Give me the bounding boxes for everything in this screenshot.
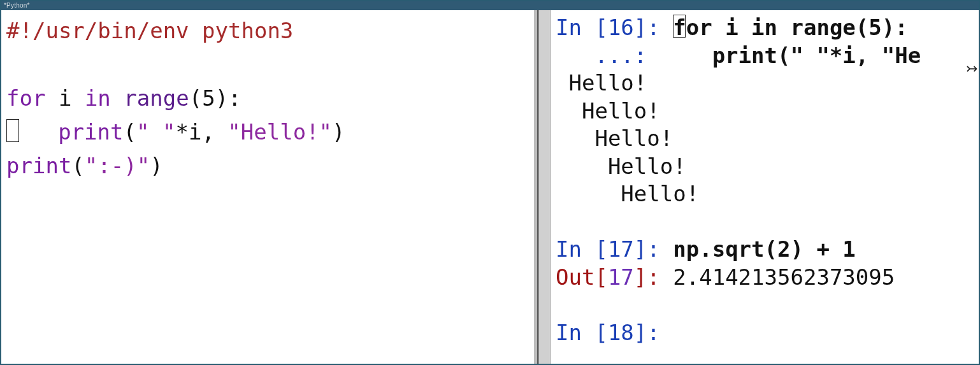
out-17-label: Out[: [556, 264, 608, 290]
comma: ,: [201, 119, 227, 145]
scrollbar-gutter[interactable]: [538, 10, 551, 364]
repl-output-2: Hello!: [556, 125, 673, 151]
repl-output-4: Hello!: [556, 181, 699, 206]
var-i: i: [59, 85, 71, 111]
in-17-num: 17: [608, 236, 634, 262]
in-17-code: np.sqrt(2) + 1: [673, 236, 856, 262]
out-17-num: 17: [608, 264, 634, 290]
in-16-cont: ...:: [556, 43, 660, 68]
shebang-line: #!/usr/bin/env python3: [6, 18, 293, 43]
in-16-num: 16: [608, 15, 634, 40]
paren-open: (: [189, 85, 202, 111]
in-16-code-1: for i in range(5):: [673, 15, 907, 40]
close-paren-2: ): [150, 153, 162, 178]
repl-output-3: Hello!: [556, 154, 686, 179]
str-smile: ":-)": [85, 153, 150, 178]
editor-pane[interactable]: #!/usr/bin/env python3 for i in range(5)…: [1, 10, 534, 364]
paren-open-3: (: [71, 153, 84, 178]
kw-in: in: [85, 85, 111, 111]
repl-output-0: Hello!: [556, 70, 647, 96]
str-space: " ": [136, 119, 175, 145]
split-container: #!/usr/bin/env python3 for i in range(5)…: [1, 10, 979, 364]
fn-range: range: [124, 85, 189, 111]
str-hello: "Hello!": [227, 119, 332, 145]
in-18-label: In [: [556, 320, 608, 345]
star-op: *: [175, 119, 188, 145]
var-i-2: i: [189, 119, 201, 145]
fn-print: print: [58, 119, 123, 145]
close-paren: ): [332, 119, 345, 145]
in-16-label: In [: [556, 15, 608, 40]
kw-for: for: [6, 85, 45, 111]
out-17-val: 2.414213562373095: [673, 264, 895, 290]
emacs-window: *Python* #!/usr/bin/env python3 for i in…: [0, 0, 980, 365]
in-16-code-2: print(" "*i, "He: [660, 43, 921, 68]
paren-open-2: (: [124, 119, 136, 145]
repl-output-1: Hello!: [556, 98, 660, 124]
in-18-close: ]:: [634, 320, 673, 345]
window-titlebar: *Python*: [1, 1, 979, 10]
in-18-num: 18: [608, 320, 634, 345]
repl-cursor: [673, 15, 686, 38]
repl-pane[interactable]: In [16]: for i in range(5): ...: print("…: [551, 10, 979, 364]
window-title: *Python*: [4, 2, 30, 9]
editor-cursor: [6, 119, 19, 142]
in-17-label: In [: [556, 236, 608, 262]
in-16-close: ]:: [634, 15, 673, 40]
out-17-close: ]:: [634, 264, 673, 290]
paren-close-colon: ):: [215, 85, 241, 111]
line-overflow-icon: ↣: [966, 60, 977, 78]
in-17-close: ]:: [634, 236, 673, 262]
vertical-divider[interactable]: [534, 10, 551, 364]
num-5: 5: [202, 85, 215, 111]
fn-print-2: print: [6, 153, 71, 178]
